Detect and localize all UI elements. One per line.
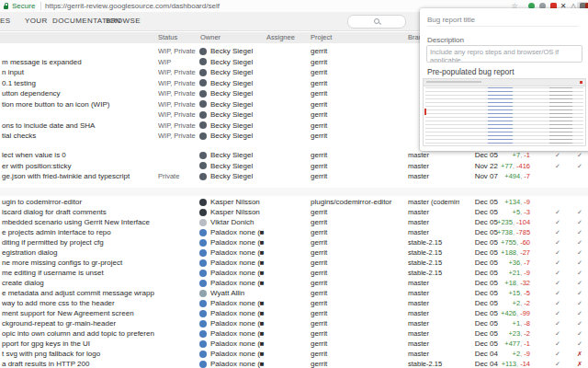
change-owner: Paladox none (■+■): [210, 247, 265, 258]
change-row[interactable]: way to add more css to the headerPaladox…: [0, 298, 588, 308]
change-status: WIP, Private: [158, 109, 198, 121]
change-subject: t svg with png fallback for logo: [2, 349, 154, 359]
verified-mark: ✓: [572, 308, 587, 318]
change-project: gerrit: [311, 46, 406, 57]
change-subject: ment support for New Agreement screen: [2, 308, 154, 318]
change-row[interactable]: create dialogPaladox none (■+■)gerritmas…: [0, 278, 588, 288]
change-row[interactable]: e metadata and adjust commit message wra…: [0, 288, 588, 298]
change-row[interactable]: ment support for New Agreement screenPal…: [0, 308, 588, 318]
change-row[interactable]: a draft results in HTTP 200Paladox none …: [0, 359, 588, 368]
change-row[interactable]: t svg with png fallback for logoPaladox …: [0, 349, 588, 359]
change-size: +15, -5: [497, 288, 530, 298]
menu-item-your[interactable]: YOUR: [25, 12, 48, 30]
address-bar-url[interactable]: https://gerrit-review.googlesource.com/d…: [45, 2, 220, 10]
change-updated: Nov 22: [459, 161, 498, 172]
change-project: gerrit: [311, 278, 406, 288]
owner-avatar: [199, 90, 207, 98]
change-subject: ge.json with fried-twinkie and typescrip…: [2, 171, 154, 182]
change-owner: Paladox none (■+■): [210, 308, 265, 318]
change-row[interactable]: mbedded scenario using Gerrit New Interf…: [0, 217, 588, 227]
change-row[interactable]: ge.json with fried-twinkie and typescrip…: [0, 171, 588, 182]
owner-avatar: [199, 270, 207, 277]
change-updated: Dec 05: [459, 150, 498, 161]
change-owner: Becky Siegel: [210, 99, 265, 110]
owner-avatar: [199, 209, 207, 216]
change-row[interactable]: lect when value is 0Becky Siegelgerritma…: [0, 150, 588, 161]
bug-report-screenshot-thumbnail: [423, 78, 586, 146]
change-row[interactable]: ugin to codemirror-editorKasper Nilssonp…: [0, 197, 588, 207]
change-row[interactable]: pport for gpg keys in the UIPaladox none…: [0, 339, 588, 349]
change-branch: master: [408, 288, 459, 298]
change-branch: master: [408, 349, 459, 359]
change-size: +2, -2: [497, 298, 530, 308]
change-subject: lect when value is 0: [2, 150, 154, 161]
code-review-mark: ✓: [550, 328, 565, 339]
change-row[interactable]: egistration dialogPaladox none (■+■)gerr…: [0, 247, 588, 258]
change-subject: mbedded scenario using Gerrit New Interf…: [2, 217, 154, 227]
owner-avatar: [199, 121, 207, 129]
description-textarea[interactable]: [426, 45, 582, 63]
menu-item-changes[interactable]: CHANGES: [0, 12, 10, 30]
change-branch: master: [408, 339, 459, 349]
dashboard-section-2: lect when value is 0Becky Siegelgerritma…: [0, 150, 588, 182]
change-status: WIP, Private: [158, 78, 198, 89]
change-subject: create dialog: [2, 278, 154, 288]
change-size: +5, -3: [497, 207, 530, 217]
owner-avatar: [199, 239, 207, 247]
change-project: gerrit: [311, 99, 406, 110]
verified-mark: ✓: [572, 207, 587, 217]
change-row[interactable]: opic into own column and add topic to pr…: [0, 328, 588, 339]
change-owner: Paladox none (■+■): [210, 227, 265, 237]
change-updated: Dec 05: [459, 318, 498, 328]
change-project: gerrit: [311, 78, 406, 89]
owner-avatar: [199, 173, 207, 180]
change-owner: Wyatt Allin: [210, 288, 265, 298]
change-updated: Dec 05: [459, 268, 498, 278]
bug-title-input[interactable]: [427, 13, 579, 27]
change-branch: master: [408, 278, 459, 288]
code-review-mark: ✓: [550, 318, 565, 328]
change-row[interactable]: me editing if username is unsetPaladox n…: [0, 268, 588, 278]
change-project: gerrit: [311, 171, 406, 182]
change-subject: egistration dialog: [2, 247, 154, 258]
change-project: gerrit: [311, 308, 406, 318]
change-owner: Becky Siegel: [210, 150, 265, 161]
change-size: +494, -7: [497, 171, 530, 182]
change-size: +21, -9: [497, 268, 530, 278]
change-subject: 0.1 testing: [2, 78, 154, 89]
change-size: +18, -32: [497, 278, 530, 288]
change-subject: tion more button to an icon (WIP): [2, 99, 154, 110]
change-project: gerrit: [311, 217, 406, 227]
change-updated: Dec 05: [459, 328, 498, 339]
change-subject: way to add more css to the header: [2, 298, 154, 308]
change-row[interactable]: er with position:stickyBecky Siegelgerri…: [0, 161, 588, 172]
change-updated: Dec 05: [459, 308, 498, 318]
change-status: WIP, Private: [158, 88, 198, 99]
change-row[interactable]: diting if permitted by project cfgPalado…: [0, 237, 588, 247]
owner-avatar: [199, 351, 207, 358]
verified-mark: ✓: [572, 217, 587, 227]
change-size: +113, -14: [497, 359, 530, 368]
search-icon: [374, 18, 379, 24]
change-project: gerrit: [311, 298, 406, 308]
change-size: +426, -99: [497, 308, 530, 318]
verified-mark: ✓: [572, 150, 587, 161]
search-input[interactable]: [347, 15, 406, 29]
owner-avatar: [199, 199, 207, 206]
dashboard-section-3: ugin to codemirror-editorKasper Nilssonp…: [0, 197, 588, 368]
change-subject: diting if permitted by project cfg: [2, 237, 154, 247]
change-row[interactable]: iscard dialog for draft commentsKasper N…: [0, 207, 588, 217]
owner-avatar: [199, 162, 207, 169]
change-project: gerrit: [311, 131, 406, 142]
column-header-owner: Owner: [200, 32, 220, 43]
code-review-mark: ✓: [550, 359, 565, 368]
verified-mark: ✓: [572, 318, 587, 328]
change-row[interactable]: ne more missing configs to gr-projectPal…: [0, 258, 588, 268]
verified-mark: ✓: [572, 278, 587, 288]
change-row[interactable]: e projects admin interface to repoPalado…: [0, 227, 588, 237]
verified-mark: ✓: [572, 161, 587, 172]
change-row[interactable]: ckground-repeat to gr-main-headerPaladox…: [0, 318, 588, 328]
menu-item-browse[interactable]: BROWSE: [106, 12, 141, 30]
change-branch: master: [408, 217, 459, 227]
change-owner: Paladox none (■+■): [210, 349, 265, 359]
